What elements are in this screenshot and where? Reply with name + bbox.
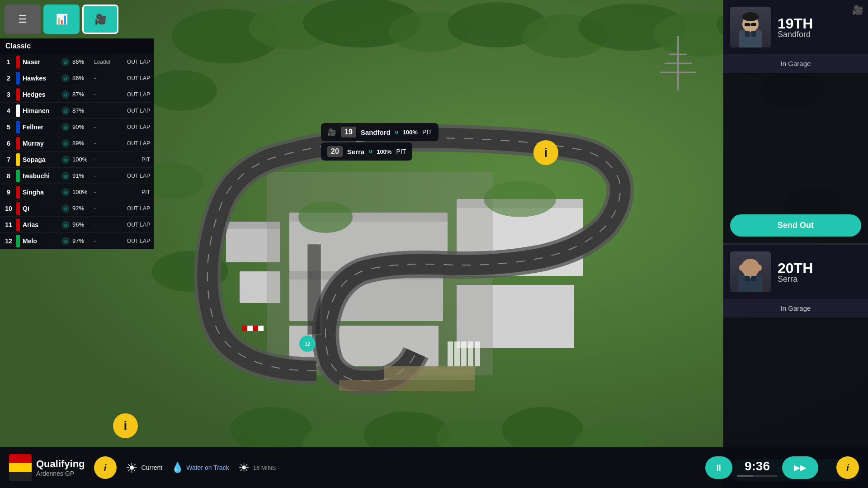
camera-marker-icon: 🎥 (327, 128, 336, 137)
info-button-bottom-left[interactable]: i (94, 456, 117, 479)
info-icon-yellow-left: i (104, 463, 107, 473)
status-2: OUT LAP (127, 75, 150, 81)
status-1: OUT LAP (127, 59, 150, 65)
name-10: Qi (23, 205, 59, 212)
driver-card-info-sandford: 19TH Sandford (778, 15, 861, 39)
analysis-icon: 📊 (56, 14, 68, 25)
driver-card-info-serra: 20TH Serra (778, 260, 861, 284)
pause-button[interactable]: ⏸ (705, 456, 732, 479)
avatar-sandford (730, 7, 771, 47)
gap-1: Leader (94, 59, 117, 65)
flag-7 (16, 153, 20, 166)
standing-row-9[interactable]: 9 Singha υ 100% - PIT (0, 184, 154, 200)
pos-4: 4 (4, 107, 14, 114)
name-11: Arias (23, 221, 59, 228)
standing-row-3[interactable]: 3 Hedges υ 87% - OUT LAP (0, 86, 154, 103)
gap-3: - (94, 91, 117, 98)
tyre-icon-1: υ (61, 58, 70, 66)
status-5: OUT LAP (127, 124, 150, 130)
serra-status: PIT (396, 148, 406, 155)
serra-name-right: Serra (778, 275, 861, 284)
camera-button[interactable]: 🎥 (82, 5, 118, 34)
tyre-icon-11: υ (61, 221, 70, 229)
tyre-pct-9: 100% (72, 189, 91, 195)
flag-5 (16, 121, 20, 133)
standings-panel: Classic 1 Naser υ 86% Leader OUT LAP 2 H… (0, 38, 154, 249)
tyre-pct-11: 96% (72, 221, 91, 228)
standing-row-5[interactable]: 5 Fellner υ 90% - OUT LAP (0, 119, 154, 135)
info-icon-right: i (544, 146, 548, 160)
track-info-button-bottom[interactable]: i (113, 413, 138, 438)
weather-forecast-group: ☀ 16 MINS (238, 460, 276, 475)
info-button-bottom-right[interactable]: i (836, 456, 859, 479)
svg-point-18 (231, 407, 312, 452)
fast-forward-button[interactable]: ▶▶ (782, 456, 818, 479)
flag-12 (16, 235, 20, 247)
sandford-name-right: Sandford (778, 30, 861, 39)
pos-11: 11 (4, 221, 14, 228)
standing-row-10[interactable]: 10 Qi υ 92% - OUT LAP (0, 200, 154, 217)
status-3: OUT LAP (127, 91, 150, 98)
car-number-19: 19 (341, 127, 356, 137)
time-info: 16 MINS (253, 464, 276, 471)
info-icon-yellow-right: i (846, 463, 849, 473)
tyre-icon-7: υ (61, 156, 70, 164)
tyre-pct-6: 89% (72, 140, 91, 147)
flag-11 (16, 218, 20, 231)
tyre-pct-10: 92% (72, 205, 91, 212)
flag-6 (16, 137, 20, 150)
tyre-icon-9: υ (61, 188, 70, 196)
pause-icon: ⏸ (714, 463, 723, 473)
name-1: Naser (23, 58, 59, 66)
analysis-button[interactable]: 📊 (43, 5, 80, 34)
standing-row-4[interactable]: 4 Himanen υ 87% - OUT LAP (0, 103, 154, 119)
tyre-icon-8: υ (61, 172, 70, 180)
pos-7: 7 (4, 156, 14, 163)
sandford-send-out-button[interactable]: Send Out (730, 214, 861, 237)
sun-icon: ☀ (126, 460, 138, 476)
gap-5: - (94, 124, 117, 130)
standing-row-6[interactable]: 6 Murray υ 89% - OUT LAP (0, 135, 154, 152)
gap-4: - (94, 108, 117, 114)
pos-1: 1 (4, 58, 14, 66)
timer-bar (737, 475, 778, 477)
svg-point-22 (502, 407, 583, 452)
car-number-20: 20 (327, 146, 343, 157)
track-info-button-right[interactable]: i (533, 140, 558, 165)
tyre-icon-5: υ (61, 123, 70, 131)
standing-row-8[interactable]: 8 Iwabuchi υ 91% - OUT LAP (0, 168, 154, 184)
name-9: Singha (23, 189, 59, 196)
svg-point-47 (484, 181, 556, 217)
svg-rect-53 (384, 366, 475, 380)
driver-card-top-sandford: 19TH Sandford 🎥 (723, 0, 868, 54)
tyre-icon-12: υ (61, 237, 70, 245)
standing-row-1[interactable]: 1 Naser υ 86% Leader OUT LAP (0, 54, 154, 70)
svg-rect-43 (247, 326, 253, 331)
gap-10: - (94, 205, 117, 212)
svg-point-68 (757, 265, 762, 271)
standing-row-12[interactable]: 12 Melo υ 97% - OUT LAP (0, 233, 154, 249)
water-label: Water on Track (186, 464, 229, 471)
standing-row-7[interactable]: 7 Sopaga υ 100% - PIT (0, 152, 154, 168)
standing-row-2[interactable]: 2 Hawkes υ 86% - OUT LAP (0, 70, 154, 86)
pos-2: 2 (4, 75, 14, 82)
svg-rect-63 (745, 31, 750, 37)
pos-6: 6 (4, 140, 14, 147)
menu-button[interactable]: ☰ (5, 5, 41, 34)
svg-rect-48 (448, 341, 453, 366)
gap-11: - (94, 222, 117, 228)
standing-row-11[interactable]: 11 Arias υ 96% - OUT LAP (0, 217, 154, 233)
tyre-pct-2: 86% (72, 75, 91, 81)
name-12: Melo (23, 237, 59, 245)
flag-1 (16, 56, 20, 68)
sandford-status-bar: In Garage (723, 54, 868, 73)
hamburger-icon: ☰ (18, 14, 27, 25)
pos-3: 3 (4, 91, 14, 98)
tyre-pct-12: 97% (72, 237, 91, 244)
svg-rect-57 (739, 30, 762, 47)
status-12: OUT LAP (127, 238, 150, 244)
svg-rect-54 (339, 380, 475, 391)
flag-4 (16, 104, 20, 117)
tyre-pct-5: 90% (72, 123, 91, 130)
timer-progress (737, 475, 753, 477)
